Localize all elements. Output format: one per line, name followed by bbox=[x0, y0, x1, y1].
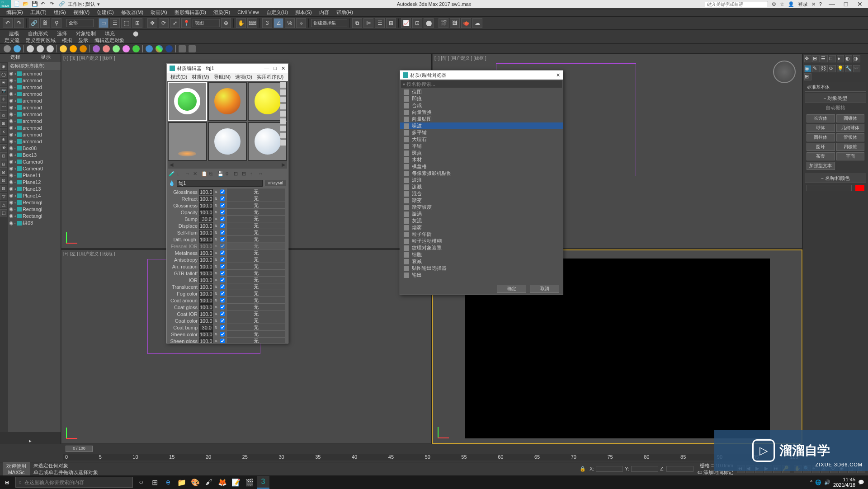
filter-b-icon[interactable]: ⊟ bbox=[0, 160, 7, 168]
create-primitive-button[interactable]: 加强型文本 bbox=[807, 162, 835, 170]
param-enable-checkbox[interactable] bbox=[220, 216, 225, 222]
param-value[interactable]: 100.0 bbox=[199, 270, 213, 277]
assign-icon[interactable]: → bbox=[185, 171, 191, 177]
scene-item[interactable]: ◉◦archmod bbox=[8, 77, 61, 84]
create-primitive-button[interactable]: 圆锥体 bbox=[836, 114, 865, 122]
keyboard-button[interactable]: ⌨ bbox=[247, 18, 257, 28]
param-value[interactable]: 100.0 bbox=[199, 318, 213, 324]
param-enable-checkbox[interactable] bbox=[220, 318, 225, 324]
param-value[interactable]: 30.0 bbox=[199, 216, 213, 222]
spinner-icon[interactable]: ⇅ bbox=[215, 211, 218, 214]
app-logo-icon[interactable]: 3MAX bbox=[0, 0, 11, 8]
schematic-button[interactable]: ⊡ bbox=[412, 18, 422, 28]
mat-id-icon[interactable]: 0 bbox=[226, 171, 232, 177]
menu-graph[interactable]: 图形编辑器(D) bbox=[171, 9, 210, 16]
material-name-input[interactable] bbox=[177, 180, 263, 187]
layers-button[interactable]: ☰ bbox=[375, 18, 385, 28]
scene-item[interactable]: ◉◦Plane12 bbox=[8, 179, 61, 185]
ref-coord-combo[interactable]: 视图 bbox=[193, 19, 220, 27]
eye-icon[interactable]: ◉ bbox=[9, 199, 14, 205]
map-type-item[interactable]: 渐变坡度 bbox=[400, 204, 563, 211]
firefox-icon[interactable]: 🦊 bbox=[216, 476, 229, 489]
filter-group-icon[interactable]: ⊞ bbox=[0, 120, 7, 127]
map-type-item[interactable]: 每像素摄影机贴图 bbox=[400, 170, 563, 177]
viewcube-icon[interactable] bbox=[773, 61, 796, 83]
unlink-button[interactable]: ⛓ bbox=[40, 18, 50, 28]
sphere3-icon[interactable] bbox=[47, 45, 54, 52]
scene-item[interactable]: ◉◦archmod bbox=[8, 124, 61, 131]
spinner-icon[interactable]: ⇅ bbox=[215, 190, 218, 194]
map-type-item[interactable]: 输出 bbox=[400, 272, 563, 278]
map-type-item[interactable]: 纹理对象遮罩 bbox=[400, 244, 563, 251]
app1-icon[interactable]: 🎨 bbox=[189, 476, 202, 489]
map-type-item[interactable]: 细胞 bbox=[400, 251, 563, 258]
sphere2-icon[interactable] bbox=[37, 45, 44, 52]
expand-icon[interactable]: ✥ bbox=[804, 55, 811, 62]
eye-icon[interactable]: ◉ bbox=[9, 152, 14, 158]
extra1-icon[interactable] bbox=[93, 45, 100, 52]
make-unique-icon[interactable]: ⎘ bbox=[209, 171, 216, 177]
scene-item[interactable]: ◉◦archmod bbox=[8, 111, 61, 118]
param-value[interactable]: 100.0 bbox=[199, 277, 213, 283]
spinner-icon[interactable]: ⇅ bbox=[215, 265, 218, 268]
tray-up-icon[interactable]: ^ bbox=[810, 480, 812, 485]
rect-select-button[interactable]: ⬚ bbox=[121, 18, 131, 28]
extra7-icon[interactable] bbox=[156, 45, 163, 52]
select-name-button[interactable]: ☰ bbox=[110, 18, 120, 28]
select-button[interactable]: ▭ bbox=[99, 18, 108, 28]
create-primitive-button[interactable]: 平面 bbox=[836, 152, 865, 160]
scene-item[interactable]: ◉◦Box13 bbox=[8, 151, 61, 158]
param-value[interactable]: 100.0 bbox=[199, 196, 213, 202]
notifications-icon[interactable]: 💬 bbox=[858, 480, 864, 485]
tab-populate[interactable]: 填充 bbox=[105, 30, 115, 37]
param-value[interactable]: 100.0 bbox=[199, 291, 213, 297]
eye-icon[interactable]: ◉ bbox=[9, 213, 14, 219]
toggle-button[interactable]: ⊞ bbox=[386, 18, 396, 28]
map-type-item[interactable]: 泼溅 bbox=[400, 183, 563, 190]
scene-item[interactable]: ◉◦组03 bbox=[8, 219, 61, 227]
scene-item[interactable]: ◉◦Plane13 bbox=[8, 185, 61, 192]
param-enable-checkbox[interactable] bbox=[220, 263, 225, 269]
explorer-icon[interactable]: 📁 bbox=[175, 476, 188, 489]
param-enable-checkbox[interactable] bbox=[220, 196, 225, 202]
maxscript-label[interactable]: 欢迎使用 MAXSc bbox=[3, 462, 30, 476]
param-enable-checkbox[interactable] bbox=[220, 230, 225, 235]
layers2-icon[interactable]: ☰ bbox=[821, 55, 828, 62]
3dsmax-taskbar-icon[interactable]: 3 bbox=[257, 476, 269, 489]
mateditor-titlebar[interactable]: 材质编辑器 - fqj1 — □ ✕ bbox=[167, 64, 288, 73]
help-search-input[interactable] bbox=[705, 1, 768, 7]
tab-freeform[interactable]: 自由形式 bbox=[28, 30, 48, 37]
eye-icon[interactable]: ◉ bbox=[9, 125, 14, 131]
map-type-item[interactable]: 大理石 bbox=[400, 136, 563, 143]
app3-icon[interactable]: 📝 bbox=[230, 476, 242, 489]
close-button[interactable]: ✕ bbox=[854, 0, 866, 8]
param-value[interactable]: 100.0 bbox=[199, 236, 213, 243]
select-by-icon[interactable] bbox=[280, 132, 286, 139]
spinner-icon[interactable]: ⇅ bbox=[215, 339, 218, 343]
param-value[interactable]: 100.0 bbox=[199, 250, 213, 256]
param-value[interactable]: 100.0 bbox=[199, 338, 213, 343]
menu-material[interactable]: 材质(M) bbox=[192, 74, 209, 80]
param-enable-checkbox[interactable] bbox=[220, 338, 225, 343]
dot2-icon[interactable]: ◐ bbox=[845, 55, 852, 62]
manipulate-button[interactable]: ✋ bbox=[236, 18, 246, 28]
param-enable-checkbox[interactable] bbox=[220, 250, 225, 256]
spinner-icon[interactable]: ⇅ bbox=[215, 319, 218, 323]
create-primitive-button[interactable]: 四棱锥 bbox=[836, 143, 865, 151]
create-primitive-button[interactable]: 球体 bbox=[807, 124, 835, 132]
scene-item[interactable]: ◉◦archmod bbox=[8, 84, 61, 90]
options-icon[interactable] bbox=[280, 125, 286, 132]
scene-item[interactable]: ◉◦archmod bbox=[8, 118, 61, 124]
show-end-icon[interactable]: ⊟ bbox=[242, 171, 248, 177]
display-tab-icon[interactable]: 💡 bbox=[837, 65, 844, 72]
menu-animation[interactable]: 动画(A) bbox=[147, 9, 171, 16]
filter-cam-icon[interactable]: 📷 bbox=[0, 87, 7, 94]
scroll-left-icon[interactable]: ◀ bbox=[170, 162, 173, 168]
spinner-icon[interactable]: ⇅ bbox=[215, 306, 218, 309]
param-enable-checkbox[interactable] bbox=[220, 331, 225, 337]
tab-select[interactable]: 选择 bbox=[10, 54, 20, 62]
spinner-icon[interactable]: ⇅ bbox=[215, 258, 218, 262]
param-value[interactable]: 100.0 bbox=[199, 189, 213, 195]
app2-icon[interactable]: 🖌 bbox=[203, 476, 215, 489]
ribbon-toggle-icon[interactable]: ⬤ bbox=[133, 31, 138, 37]
